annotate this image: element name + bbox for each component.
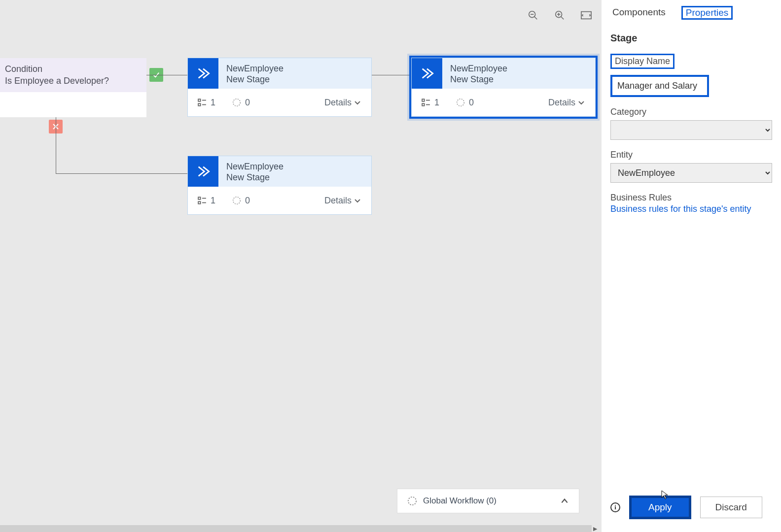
connector-line <box>146 75 187 75</box>
panel-section-title: Stage <box>610 33 772 44</box>
details-label: Details <box>548 98 575 108</box>
svg-rect-11 <box>198 103 201 106</box>
svg-point-14 <box>233 99 241 106</box>
display-name-input[interactable] <box>610 75 709 97</box>
designer-canvas[interactable]: Condition Is Employee a Developer? NewEm… <box>0 0 602 532</box>
fit-to-screen-icon[interactable] <box>581 10 592 21</box>
business-rules-label: Business Rules <box>610 193 672 203</box>
tab-properties[interactable]: Properties <box>681 6 733 20</box>
chevron-up-icon[interactable] <box>560 497 569 505</box>
apply-button[interactable]: Apply <box>629 496 691 519</box>
steps-count: 1 <box>211 196 215 206</box>
steps-icon <box>198 98 207 107</box>
stage-stats: 1 0 <box>422 98 474 108</box>
apply-button-label: Apply <box>648 502 672 512</box>
stage-stats: 1 0 <box>198 196 250 206</box>
stage-name: New Stage <box>226 172 363 183</box>
connector-line <box>56 117 56 174</box>
condition-type-label: Condition <box>5 63 140 75</box>
stage-icon <box>188 58 218 89</box>
svg-rect-15 <box>422 99 425 101</box>
details-label: Details <box>324 196 352 206</box>
cursor-icon <box>661 490 669 500</box>
stage-card-1[interactable]: NewEmployee New Stage 1 0 Details <box>187 58 372 117</box>
chevron-down-icon <box>354 197 361 204</box>
horizontal-scrollbar[interactable] <box>0 525 592 532</box>
stage-name: New Stage <box>226 74 363 85</box>
entity-select[interactable]: NewEmployee <box>610 163 772 183</box>
triggers-icon <box>232 98 241 107</box>
stage-card-2-selected[interactable]: NewEmployee New Stage 1 0 Details <box>411 58 596 117</box>
global-workflow-label: Global Workflow (0) <box>423 496 497 506</box>
display-name-label: Display Name <box>610 54 674 69</box>
svg-line-4 <box>561 17 564 20</box>
workflow-icon <box>407 496 417 506</box>
svg-rect-21 <box>198 201 201 204</box>
svg-point-19 <box>457 99 464 106</box>
stage-stats: 1 0 <box>198 98 250 108</box>
discard-button[interactable]: Discard <box>700 497 762 518</box>
details-label: Details <box>324 98 352 108</box>
svg-point-25 <box>408 497 416 505</box>
chevron-down-icon <box>577 99 585 106</box>
svg-point-24 <box>233 197 241 204</box>
panel-footer: i Apply Discard <box>610 496 772 532</box>
business-rules-link[interactable]: Business rules for this stage's entity <box>610 204 772 214</box>
global-workflow-bar[interactable]: Global Workflow (0) <box>397 489 579 513</box>
svg-rect-20 <box>198 197 201 200</box>
connector-line <box>372 75 411 75</box>
stage-card-3[interactable]: NewEmployee New Stage 1 0 Details <box>187 156 372 215</box>
triggers-count: 0 <box>469 98 474 108</box>
stage-entity: NewEmployee <box>226 161 363 172</box>
zoom-out-icon[interactable] <box>528 10 538 21</box>
stage-header: NewEmployee New Stage <box>412 58 595 89</box>
properties-panel: Components Properties Stage Display Name… <box>602 0 781 532</box>
details-toggle[interactable]: Details <box>324 98 361 108</box>
info-icon[interactable]: i <box>610 502 620 512</box>
connector-line <box>56 173 187 174</box>
canvas-toolbar <box>528 10 592 21</box>
svg-line-1 <box>534 17 537 20</box>
stage-entity: NewEmployee <box>450 63 587 74</box>
steps-icon <box>198 196 207 205</box>
triggers-count: 0 <box>245 98 250 108</box>
stage-header: NewEmployee New Stage <box>188 156 371 187</box>
details-toggle[interactable]: Details <box>548 98 585 108</box>
steps-count: 1 <box>434 98 439 108</box>
category-label: Category <box>610 107 646 117</box>
stage-header: NewEmployee New Stage <box>188 58 371 89</box>
zoom-in-icon[interactable] <box>554 10 565 21</box>
triggers-count: 0 <box>245 196 250 206</box>
triggers-icon <box>232 196 241 205</box>
triggers-icon <box>456 98 465 107</box>
scrollbar-right-arrow-icon[interactable]: ▶ <box>592 525 599 532</box>
stage-icon <box>412 58 442 89</box>
svg-rect-7 <box>581 12 591 19</box>
condition-expression: Is Employee a Developer? <box>5 75 140 87</box>
details-toggle[interactable]: Details <box>324 196 361 206</box>
steps-count: 1 <box>211 98 215 108</box>
svg-rect-16 <box>422 103 425 106</box>
steps-icon <box>422 98 430 107</box>
chevron-down-icon <box>354 99 361 106</box>
stage-name: New Stage <box>450 74 587 85</box>
tab-components[interactable]: Components <box>610 6 668 20</box>
condition-card[interactable]: Condition Is Employee a Developer? <box>0 58 146 117</box>
category-select[interactable] <box>610 120 772 140</box>
entity-label: Entity <box>610 150 633 160</box>
condition-header: Condition Is Employee a Developer? <box>0 58 146 92</box>
stage-icon <box>188 156 218 187</box>
discard-button-label: Discard <box>715 502 747 512</box>
panel-tabs: Components Properties <box>610 6 772 20</box>
svg-rect-10 <box>198 99 201 101</box>
stage-entity: NewEmployee <box>226 63 363 74</box>
